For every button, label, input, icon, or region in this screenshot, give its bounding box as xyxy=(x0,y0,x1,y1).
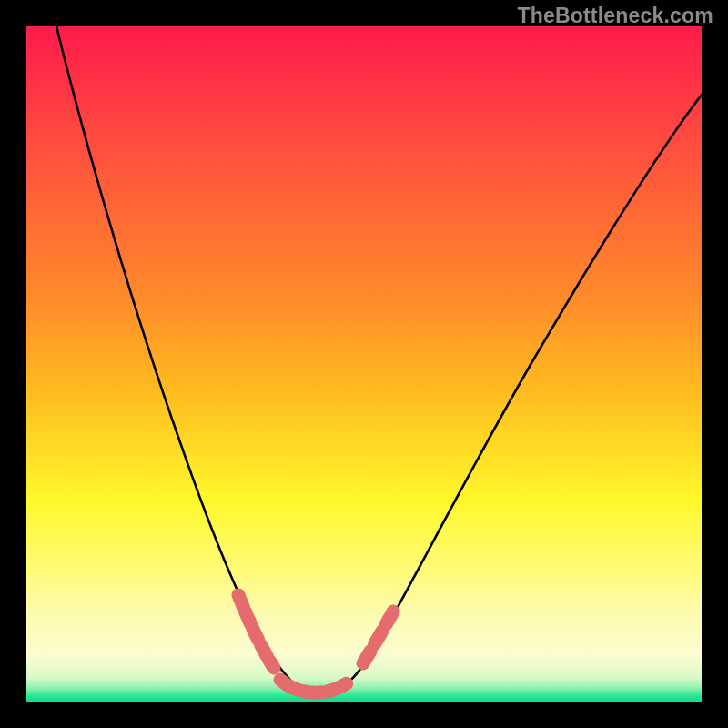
bottleneck-curve xyxy=(56,26,702,695)
chart-curve-layer xyxy=(26,26,702,702)
chart-area xyxy=(26,26,702,702)
highlight-segment-bottom xyxy=(280,680,349,693)
highlight-segment-right xyxy=(363,605,397,663)
highlight-segment-left xyxy=(238,595,274,668)
watermark-text: TheBottleneck.com xyxy=(517,4,713,28)
